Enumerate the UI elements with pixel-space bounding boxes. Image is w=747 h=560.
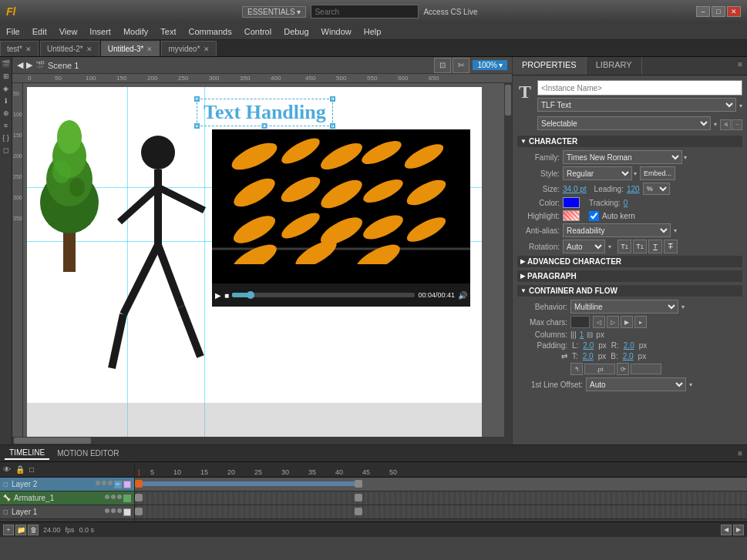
tool-grid[interactable]: ⊞ (1, 71, 12, 82)
lock-icon[interactable]: 🔒 (15, 465, 25, 474)
menu-view[interactable]: View (53, 23, 84, 39)
handle-tl[interactable] (194, 96, 200, 102)
family-select[interactable]: Times New Roman (563, 150, 682, 164)
video-panel[interactable]: ▶ ■ 00:04/00:41 🔊 (212, 129, 470, 307)
fit-scene-icon[interactable]: ⊡ (434, 58, 451, 73)
scene-back[interactable]: ◀ (17, 60, 23, 70)
menu-file[interactable]: File (0, 23, 26, 39)
auto-kern-checkbox[interactable] (589, 211, 599, 221)
leading-value[interactable]: 120 (627, 185, 640, 193)
menu-commands[interactable]: Commands (182, 23, 237, 39)
color-swatch[interactable] (563, 197, 580, 208)
handle-bm[interactable] (262, 123, 268, 129)
pt-input[interactable]: .pt (584, 364, 615, 374)
delete-layer-btn[interactable]: 🗑 (28, 525, 39, 535)
tab-test[interactable]: test*✕ (0, 41, 39, 56)
leading-unit-select[interactable]: % (643, 183, 670, 195)
canvas-content[interactable]: 50 100 150 200 250 300 350 Text Ha (12, 83, 512, 437)
padding-T-value[interactable]: 2.0 (583, 352, 594, 360)
stage[interactable]: Text Handling (27, 87, 482, 437)
tracking-value[interactable]: 0 (624, 199, 628, 207)
character-section-header[interactable]: ▼ CHARACTER (517, 136, 742, 147)
handle-br[interactable] (330, 123, 335, 129)
tool-scene[interactable]: 🎬 (1, 59, 12, 69)
handle-bl[interactable] (194, 123, 200, 129)
tool-info[interactable]: ℹ (1, 96, 12, 106)
max-chars-input[interactable] (570, 316, 590, 328)
video-play-btn[interactable]: ▶ (215, 291, 221, 300)
add-layer-btn[interactable]: + (3, 525, 14, 535)
container-flow-section-header[interactable]: ▼ CONTAINER AND FLOW (517, 285, 742, 297)
text-handling-label[interactable]: Text Handling (197, 99, 333, 126)
layer2-pencil[interactable]: ✏ (114, 481, 122, 488)
behavior-select[interactable]: Multiline (570, 300, 678, 314)
tab-motion-editor[interactable]: MOTION EDITOR (52, 448, 123, 459)
layer1-frames[interactable] (135, 505, 747, 519)
embed-button[interactable]: Embed... (640, 166, 675, 180)
close-button[interactable]: ✕ (727, 6, 741, 17)
instance-name-field[interactable] (537, 80, 742, 96)
minimize-button[interactable]: – (696, 6, 710, 17)
anti-alias-select[interactable]: Readability (563, 223, 671, 237)
tl-prev-btn[interactable]: ◀ (721, 525, 732, 535)
canvas-vscroll[interactable] (504, 83, 512, 437)
padding-R-value[interactable]: 2.0 (624, 341, 634, 350)
video-volume-btn[interactable]: 🔊 (458, 291, 467, 300)
handle-tr[interactable] (330, 96, 335, 102)
underline-icon[interactable]: T (648, 240, 662, 253)
search-input[interactable] (311, 5, 419, 18)
menu-edit[interactable]: Edit (26, 23, 53, 39)
menu-modify[interactable]: Modify (117, 23, 154, 39)
outline-icon[interactable]: □ (29, 465, 34, 474)
menu-help[interactable]: Help (358, 23, 388, 39)
hscroll-thumb[interactable] (14, 438, 91, 444)
align-center-btn[interactable]: ▷ (607, 316, 619, 328)
style-select[interactable]: Regular (563, 166, 632, 180)
canvas-hscroll[interactable] (12, 437, 512, 444)
padding-L-value[interactable]: 2.0 (583, 341, 594, 350)
tab-myvideo[interactable]: myvideo*✕ (161, 41, 216, 56)
timeline-menu-btn[interactable]: ≡ (738, 449, 742, 458)
text-type-select[interactable]: TLF Text (537, 98, 736, 112)
eye-icon[interactable]: 👁 (3, 465, 11, 474)
superscript-icon[interactable]: T1 (617, 240, 631, 253)
video-scrubber[interactable] (232, 293, 415, 297)
align-right-btn[interactable]: ▶ (621, 316, 633, 328)
maximize-button[interactable]: □ (712, 6, 725, 17)
tab-library[interactable]: LIBRARY (587, 57, 642, 75)
columns-value[interactable]: 1 (580, 330, 584, 339)
scrubber-thumb[interactable] (247, 291, 254, 299)
refresh-icon[interactable]: ⟳ (617, 363, 629, 375)
panel-menu-btn[interactable]: ≡ (733, 57, 747, 75)
layer2-frames[interactable] (135, 478, 747, 491)
add-folder-btn[interactable]: 📁 (15, 525, 26, 535)
tool-3d[interactable]: ◈ (1, 83, 12, 94)
armature1-frames[interactable] (135, 491, 747, 505)
align-right-icon[interactable]: → (732, 119, 742, 130)
tool-transform[interactable]: ⊕ (1, 108, 12, 119)
essentials-button[interactable]: ESSENTIALS ▾ (242, 6, 306, 18)
tab-untitled2[interactable]: Untitled-2*✕ (40, 41, 99, 56)
align-left-btn[interactable]: ◁ (593, 316, 605, 328)
menu-window[interactable]: Window (315, 23, 358, 39)
tl-next-btn[interactable]: ▶ (733, 525, 744, 535)
tool-code[interactable]: { } (1, 132, 12, 143)
rotation-select[interactable]: Auto (563, 240, 605, 253)
menu-control[interactable]: Control (238, 23, 278, 39)
highlight-swatch[interactable] (563, 210, 580, 221)
menu-text[interactable]: Text (154, 23, 182, 39)
clip-scene-icon[interactable]: ✄ (453, 58, 469, 73)
align-justify-btn[interactable]: ▸ (634, 316, 647, 328)
arrow-connect-icon[interactable]: ↰ (570, 363, 583, 375)
align-left-icon[interactable]: ⫷ (720, 119, 731, 130)
text-mode-select[interactable]: Selectable (537, 116, 711, 130)
subscript-icon[interactable]: T1 (633, 240, 647, 253)
layer-layer1[interactable]: ◻ Layer 1 (0, 505, 134, 519)
zoom-selector[interactable]: 100% ▾ (473, 60, 507, 70)
layer-armature1[interactable]: 🦴 Armature_1 (0, 491, 134, 505)
tab-timeline[interactable]: TIMELINE (5, 447, 49, 460)
size-value[interactable]: 34.0 pt (563, 185, 587, 193)
line-offset-select[interactable]: Auto (586, 377, 686, 391)
tool-output[interactable]: ◻ (1, 145, 12, 156)
tool-align[interactable]: ≡ (1, 120, 12, 131)
